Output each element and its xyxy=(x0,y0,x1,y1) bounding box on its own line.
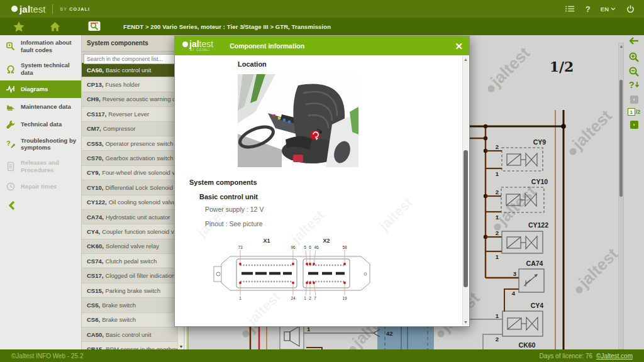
warning-buzzer-symbol[interactable] xyxy=(280,326,304,349)
component-list-item[interactable]: CS70,Gearbox activation switch xyxy=(82,151,184,165)
component-list-item[interactable]: CS15,Parking brake switch xyxy=(82,283,184,298)
component-code: CS117, xyxy=(87,111,106,118)
component-name: Coupler function solenoid valve xyxy=(102,228,184,235)
component-list-item[interactable]: CA74,Hydrostatic unit actuator xyxy=(82,210,184,224)
sidebar-item-releases-procedures: Releases and Procedures xyxy=(0,155,81,178)
component-list-item[interactable]: CS6,Brake switch xyxy=(82,313,184,327)
component-search-input[interactable] xyxy=(84,54,182,64)
component-code: CS70, xyxy=(87,155,103,162)
component-list-item[interactable]: CK60,Solenoid valve relay xyxy=(82,239,184,254)
component-name: Differential Lock Solenoid valve xyxy=(105,184,184,191)
scrollbar-thumb[interactable] xyxy=(464,150,468,287)
connector-pinout-diagram: X1 X2 73 96 1 24 5 6 46 58 1 2 7 19 xyxy=(211,231,380,302)
component-code: CY122, xyxy=(87,199,107,206)
language-selector[interactable]: EN xyxy=(601,6,616,13)
scroll-up-arrow-icon[interactable]: ▲ xyxy=(619,44,624,48)
component-code: CS74, xyxy=(87,258,103,265)
scroll-up-arrow-icon[interactable]: ▲ xyxy=(463,57,469,62)
component-list-item[interactable]: CY122,Oil cooling solenoid valve xyxy=(82,195,184,210)
component-list-item[interactable]: CY4,Coupler function solenoid valve xyxy=(82,224,184,239)
component-list-item[interactable]: CS74,Clutch pedal switch xyxy=(82,254,184,268)
component-name: Basic control unit xyxy=(106,67,151,74)
app-version-label: ©Jaltest INFO Web - 25.2 xyxy=(11,353,83,359)
component-name: Reverse acoustic warning device xyxy=(103,96,184,102)
component-code: CA74, xyxy=(87,214,104,221)
jaltest-logo: jal test xyxy=(11,4,45,14)
component-name: Parking brake switch xyxy=(105,287,160,294)
sidebar-item-label: Maintenance data xyxy=(21,103,71,111)
svg-text:?: ? xyxy=(6,140,11,147)
component-list-item[interactable]: CS53,Operator presence switch xyxy=(82,136,184,151)
back-arrow-icon[interactable] xyxy=(624,36,644,45)
jaltest-logo: jaltest BY COJALI xyxy=(182,40,213,52)
zoom-out-icon[interactable] xyxy=(624,66,644,77)
system-components-heading: System components xyxy=(189,178,257,186)
component-list-item[interactable]: CY9,Four-wheel drive solenoid valve xyxy=(82,166,184,180)
zoom-in-icon[interactable] xyxy=(624,52,644,63)
component-list-item[interactable]: CS17,Clogged oil filter indication switc… xyxy=(82,268,184,283)
help-icon[interactable]: ? xyxy=(586,4,591,14)
pin-number: 1 xyxy=(304,296,306,300)
sidebar-item-label: Diagrams xyxy=(21,85,48,93)
sidebar-item-system-technical-data[interactable]: System technical data xyxy=(0,58,81,80)
sidebar-item-technical-data[interactable]: Technical data xyxy=(0,116,81,133)
component-list-item[interactable]: CA50,Basic control unit xyxy=(82,327,184,342)
pin-number: 1 xyxy=(496,253,499,260)
breadcrumb[interactable]: FENDT > 200 Vario Series, moteur : Tier … xyxy=(123,23,331,30)
oil-can-icon xyxy=(6,102,21,112)
sidebar-item-label: Troubleshooting by symptoms xyxy=(21,137,79,152)
component-list-item[interactable]: CP13,Fuses holder xyxy=(82,77,184,92)
by-cojali-label: BY COJALI xyxy=(190,49,213,52)
component-cy4[interactable]: CY4 1 2 xyxy=(496,302,544,343)
header-divider xyxy=(52,4,53,14)
modal-title: Component information xyxy=(230,42,304,50)
scroll-down-arrow-icon[interactable]: ▼ xyxy=(178,344,184,349)
pinout-value: Pinout : See picture xyxy=(205,220,263,228)
component-list-item[interactable]: CM7,Compressor xyxy=(82,122,184,136)
component-cy10[interactable]: CY10 2 1 xyxy=(496,178,548,221)
pin-number: 5 xyxy=(304,245,306,250)
component-code: CA50, xyxy=(87,331,104,338)
highlighted-connector-area[interactable] xyxy=(377,326,434,349)
sidebar-item-label: Repair times xyxy=(21,183,57,190)
component-list-item[interactable]: CB15,RPM sensor in the gearbox output xyxy=(82,342,184,349)
component-list-item[interactable]: CA50,Basic control unit xyxy=(82,63,184,77)
jaltest-link[interactable]: ©Jaltest.com xyxy=(596,353,633,359)
previous-page-button[interactable]: ‹ xyxy=(624,96,644,104)
sidebar-item-maintenance-data[interactable]: Maintenance data xyxy=(0,98,81,116)
component-code: CH9, xyxy=(87,96,101,102)
diagram-help-icon[interactable]: ? xyxy=(624,79,644,90)
sidebar-item-troubleshooting[interactable]: ? Troubleshooting by symptoms xyxy=(0,133,81,156)
vehicle-selection-icon[interactable] xyxy=(87,20,102,33)
sidebar-item-label: Technical data xyxy=(21,121,62,128)
component-code: CS15, xyxy=(87,287,103,294)
modal-header: jaltest BY COJALI Component information … xyxy=(175,36,469,55)
menu-list-icon[interactable] xyxy=(564,4,575,14)
next-page-button[interactable]: › xyxy=(624,121,644,129)
component-code: CY4, xyxy=(87,228,100,235)
component-code: CS5, xyxy=(87,302,100,309)
scrollbar-thumb[interactable] xyxy=(619,80,623,197)
component-name: Operator presence switch xyxy=(105,140,173,147)
component-list-item[interactable]: CS117,Reverser Lever xyxy=(82,107,184,121)
pin-number: 19 xyxy=(342,296,347,300)
scroll-down-arrow-icon[interactable]: ▼ xyxy=(463,320,469,324)
component-code: CS6, xyxy=(87,316,100,323)
component-list-item[interactable]: CY10,Differential Lock Solenoid valve xyxy=(82,180,184,195)
close-icon[interactable]: ✕ xyxy=(455,41,463,51)
chevron-down-icon xyxy=(611,7,616,11)
modal-scrollbar[interactable]: ▲ ▼ xyxy=(462,56,469,326)
component-list-item[interactable]: CH9,Reverse acoustic warning device xyxy=(82,92,184,107)
favorite-star-icon[interactable] xyxy=(13,21,25,33)
component-list-item[interactable]: CS5,Brake switch xyxy=(82,298,184,312)
power-icon[interactable] xyxy=(626,4,635,14)
home-icon[interactable] xyxy=(49,21,61,32)
pin-number: 4 xyxy=(512,290,516,297)
sidebar-item-fault-codes[interactable]: Information about fault codes xyxy=(0,35,81,58)
component-cy122[interactable]: CY122 2 1 xyxy=(496,221,549,260)
collapse-sidebar-button[interactable] xyxy=(0,195,81,213)
diagram-scrollbar[interactable]: ▲ xyxy=(618,43,624,349)
component-cy9[interactable]: CY9 2 1 xyxy=(496,138,547,177)
component-code: CA50, xyxy=(87,67,104,74)
sidebar-item-diagrams[interactable]: Diagrams xyxy=(0,80,81,98)
